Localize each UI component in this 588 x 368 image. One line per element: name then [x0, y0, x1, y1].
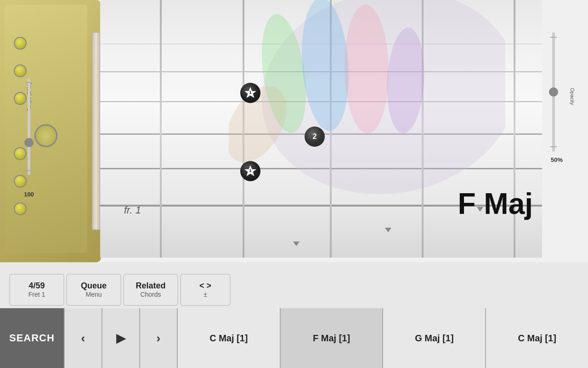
string-3	[100, 101, 542, 102]
play-icon: ▶	[116, 331, 125, 345]
position-sub: Fret 1	[28, 291, 45, 299]
opacity-label: Opacity	[570, 88, 575, 105]
queue-button[interactable]: Queue Menu	[66, 274, 121, 306]
nav-sub: ±	[204, 291, 207, 299]
finger-dot-3: 2	[305, 126, 325, 147]
svg-point-3	[344, 4, 390, 134]
tempo-slider-track	[28, 78, 30, 175]
fret-1	[160, 0, 162, 258]
chord-item-1[interactable]: F Maj [1]	[281, 308, 383, 368]
nav-arrows: < >	[199, 281, 211, 291]
position-label: 4/59	[28, 281, 45, 291]
tuning-peg-6	[14, 202, 27, 215]
queue-sub: Menu	[85, 291, 102, 299]
opacity-tick-top	[550, 37, 557, 38]
finger-dot-2: 1	[240, 161, 260, 181]
svg-point-0	[245, 0, 505, 214]
string-1	[100, 44, 542, 44]
chord-name: F Maj	[458, 187, 533, 221]
fret-4	[422, 0, 424, 258]
next-icon: ›	[157, 331, 161, 345]
prev-icon: ‹	[81, 331, 85, 345]
nav-button[interactable]: < > ±	[180, 274, 231, 306]
position-button[interactable]: 4/59 Fret 1	[9, 274, 64, 306]
prev-button[interactable]: ‹	[65, 308, 102, 368]
control-bar: 4/59 Fret 1 Queue Menu Related Chords < …	[0, 271, 588, 308]
fret-marker-2	[385, 228, 391, 232]
tempo-value: 100	[24, 191, 34, 198]
headstock	[0, 0, 101, 262]
svg-point-1	[255, 12, 312, 136]
next-button[interactable]: ›	[140, 308, 177, 368]
fretboard-area: 1 1 2 fr. 1 F Maj Tempo (BPM) 100 Opacit…	[0, 0, 588, 262]
tempo-slider-area[interactable]: Tempo (BPM) 100	[22, 69, 36, 184]
svg-text:1: 1	[249, 168, 251, 173]
bottom-bar: SEARCH ‹ ▶ › C Maj [1] F Maj [1] G Maj […	[0, 308, 588, 368]
headstock-circle	[34, 124, 57, 147]
tempo-tick-bottom	[26, 170, 32, 171]
svg-point-5	[229, 76, 299, 173]
finger-dot-1: 1	[240, 83, 260, 103]
tempo-slider-thumb[interactable]	[24, 138, 34, 147]
tuning-peg-1	[14, 37, 27, 50]
chord-item-0[interactable]: C Maj [1]	[178, 308, 280, 368]
fret-3	[330, 0, 332, 258]
fret-2	[243, 0, 244, 258]
chord-item-3[interactable]: C Maj [1]	[486, 308, 588, 368]
related-label: Related	[136, 281, 165, 291]
string-5	[100, 168, 542, 169]
queue-label: Queue	[81, 281, 107, 291]
string-2	[100, 71, 542, 72]
opacity-slider-area[interactable]: Opacity 50%	[547, 28, 574, 166]
opacity-slider-thumb[interactable]	[549, 87, 558, 97]
play-button[interactable]: ▶	[102, 308, 139, 368]
opacity-slider-track	[552, 32, 555, 152]
opacity-tick-bottom	[550, 146, 557, 147]
related-chords-button[interactable]: Related Chords	[123, 274, 178, 306]
tempo-tick-top	[26, 82, 32, 83]
svg-point-4	[384, 27, 427, 134]
guitar-nut	[92, 32, 100, 230]
related-sub: Chords	[140, 291, 161, 299]
fret-marker-1	[293, 242, 300, 246]
opacity-value: 50%	[547, 156, 567, 163]
svg-text:1: 1	[249, 90, 251, 95]
search-button[interactable]: SEARCH	[0, 308, 64, 368]
svg-point-2	[298, 0, 353, 132]
fret-indicator: fr. 1	[124, 204, 141, 216]
chord-item-2[interactable]: G Maj [1]	[383, 308, 485, 368]
